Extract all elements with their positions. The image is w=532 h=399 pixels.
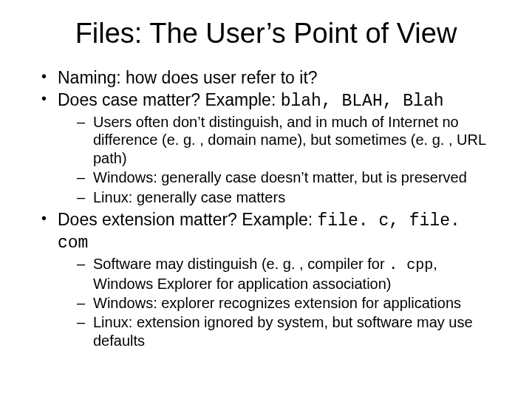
slide: Files: The User’s Point of View Naming: … — [0, 0, 532, 399]
bullet-text: Does case matter? Example: — [58, 90, 281, 109]
sub-bullet: Windows: generally case doesn’t matter, … — [74, 168, 495, 186]
slide-title: Files: The User’s Point of View — [37, 18, 495, 50]
code-cpp: . cpp — [389, 256, 433, 273]
sub-bullet-text: Linux: generally case matters — [93, 189, 285, 205]
bullet-list-level2: Users often don’t distinguish, and in mu… — [74, 113, 495, 206]
bullet-list-level1: Naming: how does user refer to it? Does … — [37, 67, 495, 349]
sub-bullet: Windows: explorer recognizes extension f… — [74, 294, 495, 312]
sub-bullet-text: Windows: generally case doesn’t matter, … — [93, 169, 467, 185]
sub-bullet-text: Users often don’t distinguish, and in mu… — [93, 114, 485, 166]
code-example-case: blah, BLAH, Blah — [281, 92, 444, 111]
bullet-text: Does extension matter? Example: — [58, 210, 318, 229]
sub-bullet-text: Software may distinguish (e. g. , compil… — [93, 256, 389, 272]
sub-bullet-text: Windows: explorer recognizes extension f… — [93, 295, 461, 311]
sub-bullet: Users often don’t distinguish, and in mu… — [74, 113, 495, 167]
sub-bullet: Linux: extension ignored by system, but … — [74, 313, 495, 349]
bullet-text: Naming: how does user refer to it? — [58, 68, 318, 87]
sub-bullet: Linux: generally case matters — [74, 188, 495, 206]
sub-bullet-text: Linux: extension ignored by system, but … — [93, 314, 473, 348]
bullet-list-level2: Software may distinguish (e. g. , compil… — [74, 255, 495, 349]
bullet-case: Does case matter? Example: blah, BLAH, B… — [37, 89, 495, 206]
sub-bullet: Software may distinguish (e. g. , compil… — [74, 255, 495, 293]
bullet-extension: Does extension matter? Example: file. c,… — [37, 209, 495, 349]
bullet-naming: Naming: how does user refer to it? — [37, 67, 495, 88]
